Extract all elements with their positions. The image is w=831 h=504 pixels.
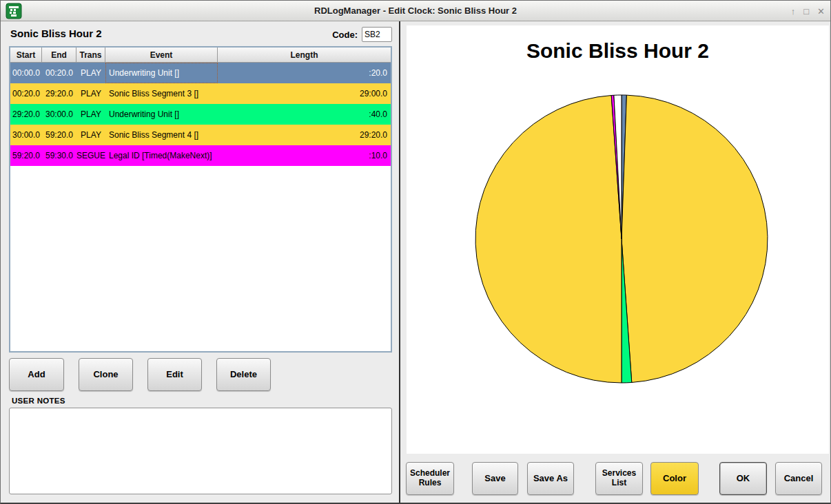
table-cell: 29:20.0	[218, 130, 391, 140]
user-notes-label: USER NOTES	[12, 397, 65, 405]
code-label: Code:	[312, 30, 358, 40]
maximize-window-icon[interactable]: □	[803, 6, 809, 17]
table-cell: 30:00.0	[10, 130, 42, 140]
clock-pie-chart	[407, 25, 829, 454]
table-cell: PLAY	[76, 68, 105, 78]
table-cell: 59:30.0	[42, 151, 76, 160]
table-cell: 30:00.0	[42, 109, 76, 119]
rivendell-logo-icon	[6, 3, 22, 19]
column-header-event: Event	[105, 48, 218, 62]
save-as-button[interactable]: Save As	[527, 462, 574, 495]
add-button[interactable]: Add	[9, 358, 64, 391]
column-header-trans: Trans	[76, 48, 105, 62]
ok-button[interactable]: OK	[719, 462, 767, 495]
color-button[interactable]: Color	[650, 462, 699, 495]
table-row[interactable]: 00:00.000:20.0PLAYUnderwriting Unit []:2…	[10, 63, 391, 83]
scheduler-rules-button[interactable]: Scheduler Rules	[406, 462, 454, 495]
table-cell: SEGUE	[76, 151, 105, 160]
services-list-button[interactable]: Services List	[595, 462, 643, 495]
table-row[interactable]: 29:20.030:00.0PLAYUnderwriting Unit []:4…	[10, 104, 391, 125]
clock-pie-panel: Sonic Bliss Hour 2	[407, 25, 829, 454]
titlebar: RDLogManager - Edit Clock: Sonic Bliss H…	[1, 1, 830, 21]
clock-event-table[interactable]: Start End Trans Event Length 00:00.000:2…	[9, 46, 392, 353]
column-header-length: Length	[218, 48, 391, 62]
table-row[interactable]: 59:20.059:30.0SEGUELegal ID [Timed(MakeN…	[10, 145, 391, 166]
clone-button[interactable]: Clone	[79, 358, 133, 391]
table-row[interactable]: 30:00.059:20.0PLAYSonic Bliss Segment 4 …	[10, 125, 391, 145]
delete-button[interactable]: Delete	[216, 358, 271, 391]
column-header-end: End	[42, 48, 76, 62]
table-cell: 29:20.0	[10, 109, 42, 119]
clock-table-body: 00:00.000:20.0PLAYUnderwriting Unit []:2…	[10, 63, 391, 166]
table-header: Start End Trans Event Length	[10, 48, 391, 63]
column-header-start: Start	[10, 48, 42, 62]
table-cell: 00:00.0	[10, 68, 42, 78]
close-window-icon[interactable]: ✕	[817, 6, 825, 17]
table-cell: PLAY	[76, 109, 105, 119]
table-cell: Underwriting Unit []	[105, 109, 218, 119]
user-notes-textarea[interactable]	[9, 408, 392, 494]
table-cell: Underwriting Unit []	[105, 63, 218, 83]
table-cell: :40.0	[218, 109, 391, 119]
clock-name-heading: Sonic Bliss Hour 2	[10, 28, 102, 39]
table-cell: 59:20.0	[10, 151, 42, 160]
save-button[interactable]: Save	[472, 462, 518, 495]
table-cell: PLAY	[76, 130, 105, 140]
table-cell: 29:00.0	[218, 89, 391, 98]
pie-slice	[475, 96, 622, 383]
pie-slice	[622, 95, 768, 382]
table-cell: 00:20.0	[42, 68, 76, 78]
table-cell: :20.0	[218, 68, 391, 78]
table-row[interactable]: 00:20.029:20.0PLAYSonic Bliss Segment 3 …	[10, 83, 391, 104]
edit-button[interactable]: Edit	[147, 358, 202, 391]
table-cell: 59:20.0	[42, 130, 76, 140]
window-title: RDLogManager - Edit Clock: Sonic Bliss H…	[1, 6, 830, 16]
shade-window-icon[interactable]: ↑	[791, 6, 796, 17]
table-cell: :10.0	[218, 151, 391, 160]
table-cell: Sonic Bliss Segment 4 []	[105, 130, 218, 140]
edit-clock-window: RDLogManager - Edit Clock: Sonic Bliss H…	[0, 0, 831, 504]
table-cell: 29:20.0	[42, 89, 76, 98]
table-cell: Legal ID [Timed(MakeNext)]	[105, 151, 218, 160]
panel-divider	[399, 21, 400, 503]
code-input[interactable]	[362, 27, 392, 42]
table-cell: PLAY	[76, 89, 105, 98]
table-cell: 00:20.0	[10, 89, 42, 98]
cancel-button[interactable]: Cancel	[775, 462, 822, 495]
table-cell: Sonic Bliss Segment 3 []	[105, 89, 218, 98]
